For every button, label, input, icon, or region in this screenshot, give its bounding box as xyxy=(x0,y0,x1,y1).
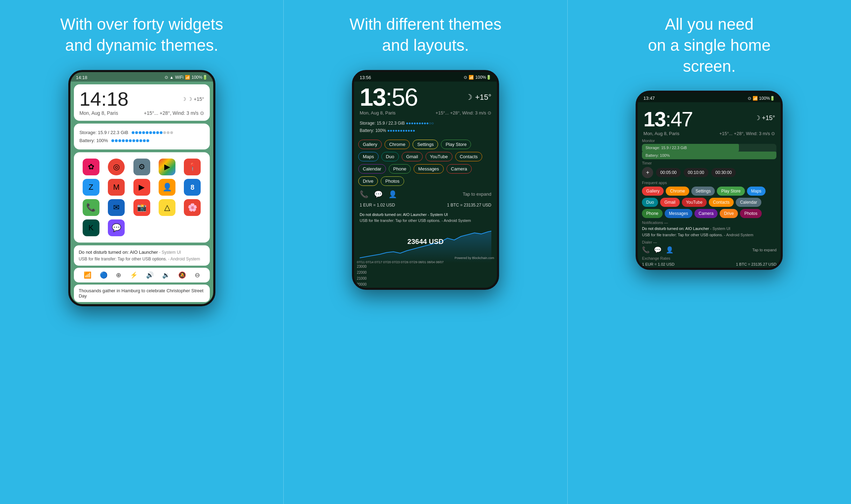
freq-drive[interactable]: Drive xyxy=(720,209,738,218)
bolt-icon[interactable]: ⚡ xyxy=(130,271,138,279)
monitor-label: Monitor xyxy=(638,138,781,143)
monitor-widget: Storage: 15.9 / 22.3 GiB Battery: 100% xyxy=(642,144,776,159)
app-8ball[interactable]: 8 xyxy=(184,179,201,196)
app-chrome-1[interactable]: ◎ xyxy=(108,159,125,175)
contacts-icon-2[interactable]: 👤 xyxy=(388,190,397,198)
freq-gmail[interactable]: Gmail xyxy=(660,198,679,207)
wifi-icon[interactable]: 📶 xyxy=(84,271,91,279)
app-maps-1[interactable]: 📍 xyxy=(184,159,201,175)
volume-up-icon[interactable]: 🔊 xyxy=(146,271,154,279)
btc-rate-2: 1 BTC = 23135.27 USD xyxy=(447,203,491,208)
rates-2: 1 EUR = 1.02 USD 1 BTC = 23135.27 USD xyxy=(354,201,497,210)
app-drive-1[interactable]: △ xyxy=(159,199,175,216)
news-text-1: Thousands gather in Hamburg to celebrate… xyxy=(79,288,203,299)
pill-youtube[interactable]: YouTube xyxy=(426,152,452,161)
panel-1: With over forty widgets and dynamic them… xyxy=(0,0,283,504)
time-display-3: 13:47 ☽ +15° Mon, Aug 8, Paris +15°... +… xyxy=(638,102,781,138)
pill-camera[interactable]: Camera xyxy=(447,164,472,174)
status-time-2: 13:56 xyxy=(360,75,371,80)
pill-chrome[interactable]: Chrome xyxy=(385,140,410,149)
app-youtube-1[interactable]: ▶ xyxy=(133,179,150,196)
dialer-label-3: Dialer — xyxy=(638,239,781,245)
app-beeper[interactable]: 💬 xyxy=(108,219,125,236)
app-messages-1[interactable]: ✉ xyxy=(108,199,125,216)
pill-photos[interactable]: Photos xyxy=(381,176,404,186)
gps-icon[interactable]: ⊕ xyxy=(116,271,121,279)
dialer-expand-2[interactable]: Tap to expand xyxy=(463,191,491,197)
pill-calendar[interactable]: Calendar xyxy=(358,164,386,174)
phone-icon-3[interactable]: 📞 xyxy=(642,246,650,254)
freq-duo[interactable]: Duo xyxy=(642,198,658,207)
minus-icon[interactable]: ⊖ xyxy=(195,271,200,279)
pill-phone[interactable]: Phone xyxy=(389,164,411,174)
app-settings-1[interactable]: ⚙ xyxy=(133,159,150,175)
app-photos-1[interactable]: 🌸 xyxy=(184,199,201,216)
mute-icon[interactable]: 🔕 xyxy=(178,271,186,279)
freq-camera[interactable]: Camera xyxy=(694,209,718,218)
timer-label-3: Timer xyxy=(638,160,781,166)
pill-messages[interactable]: Messages xyxy=(414,164,443,174)
weather-3: ☽ +15° xyxy=(755,114,775,122)
battery-bar: Battery: 100% xyxy=(642,152,776,159)
freq-gallery[interactable]: Gallery xyxy=(642,187,664,196)
storage-widget-1: Storage: 15.9 / 22.3 GiB Battery: 100% xyxy=(74,124,210,150)
notification-card-1: Do not disturb turned on: AIO Launcher -… xyxy=(74,245,210,266)
storage-dots-1 xyxy=(132,131,173,134)
pill-gallery[interactable]: Gallery xyxy=(358,140,382,149)
app-gmail-1[interactable]: M xyxy=(108,179,125,196)
volume-down-icon[interactable]: 🔉 xyxy=(162,271,170,279)
dialer-tap-3[interactable]: Tap to expand xyxy=(752,248,776,252)
clock-3: 13:47 xyxy=(643,106,692,130)
notification-2: Do not disturb turned on: AIO Launcher -… xyxy=(354,210,497,226)
sms-icon-3[interactable]: 💬 xyxy=(654,246,662,254)
timer-chip-2[interactable]: 00:10:00 xyxy=(684,168,708,177)
pill-maps[interactable]: Maps xyxy=(358,152,379,161)
time-widget-1: 14:18 ☽ ☽ +15° Mon, Aug 8, Paris +15°...… xyxy=(74,84,210,121)
quick-settings-1: 📶 🔵 ⊕ ⚡ 🔊 🔉 🔕 ⊖ xyxy=(74,268,210,282)
freq-playstore[interactable]: Play Store xyxy=(717,187,745,196)
notif-label-3: Notifications — xyxy=(638,219,781,225)
phone-icon-2[interactable]: 📞 xyxy=(360,190,368,198)
chart-labels: 07/11 07/14 07/17 07/20 07/23 07/26 07/2… xyxy=(357,260,444,264)
pill-contacts[interactable]: Contacts xyxy=(455,152,482,161)
add-timer-button[interactable]: + xyxy=(642,167,653,178)
app-blossom[interactable]: ✿ xyxy=(83,159,99,175)
pill-gmail[interactable]: Gmail xyxy=(402,152,423,161)
freq-calendar[interactable]: Calendar xyxy=(736,198,761,207)
phone-1: 14:18 ⊙ ▲ WiFi 📶 100%🔋 14:18 ☽ ☽ +15° xyxy=(68,70,215,306)
freq-photos[interactable]: Photos xyxy=(740,209,761,218)
storage-2: Storage: 15.9 / 22.3 GiB ●●●●●●●●●○○ Bat… xyxy=(354,117,497,138)
freq-maps[interactable]: Maps xyxy=(747,187,766,196)
pill-playstore[interactable]: Play Store xyxy=(441,140,471,149)
weather-display-1: ☽ ☽ +15° xyxy=(182,96,204,102)
status-icons-1: ⊙ ▲ WiFi 📶 100%🔋 xyxy=(165,75,208,80)
pill-drive[interactable]: Drive xyxy=(358,176,378,186)
freq-youtube[interactable]: YouTube xyxy=(682,198,707,207)
app-screenshot[interactable]: 📸 xyxy=(133,199,150,216)
freq-contacts[interactable]: Contacts xyxy=(709,198,734,207)
status-bar-3: 13:47 ⊙ 📶 100%🔋 xyxy=(638,93,781,102)
notification-3: Do not disturb turned on: AIO Launcher -… xyxy=(642,226,776,238)
app-klokki[interactable]: K xyxy=(83,219,99,236)
app-zoom[interactable]: Z xyxy=(83,179,99,196)
contacts-icon-3[interactable]: 👤 xyxy=(666,246,673,254)
pill-duo[interactable]: Duo xyxy=(381,152,399,161)
freq-settings[interactable]: Settings xyxy=(691,187,715,196)
freq-chrome[interactable]: Chrome xyxy=(666,187,689,196)
apps-grid-1: ✿ ◎ ⚙ ▶ 📍 Z M ▶ 👤 8 📞 ✉ 📸 △ 🌸 K 💬 xyxy=(74,152,210,243)
sms-icon-2[interactable]: 💬 xyxy=(374,190,383,198)
bluetooth-icon[interactable]: 🔵 xyxy=(100,271,108,279)
phone-3: 13:47 ⊙ 📶 100%🔋 13:47 ☽ +15° xyxy=(636,91,783,270)
timer-chip-1[interactable]: 00:05:00 xyxy=(656,168,681,177)
app-phone-1[interactable]: 📞 xyxy=(83,199,99,216)
app-playstore-1[interactable]: ▶ xyxy=(159,159,175,175)
panel-1-title: With over forty widgets and dynamic them… xyxy=(60,14,223,56)
date-row-1: Mon, Aug 8, Paris +15°... +28°, Wind: 3 … xyxy=(79,110,204,116)
status-icons-3: ⊙ 📶 100%🔋 xyxy=(748,96,775,101)
panel-3: All you need on a single home screen. 13… xyxy=(567,0,851,504)
pill-settings[interactable]: Settings xyxy=(413,140,438,149)
freq-messages[interactable]: Messages xyxy=(665,209,692,218)
timer-chip-3[interactable]: 00:30:00 xyxy=(711,168,736,177)
app-contacts-1[interactable]: 👤 xyxy=(159,179,175,196)
freq-phone[interactable]: Phone xyxy=(642,209,663,218)
